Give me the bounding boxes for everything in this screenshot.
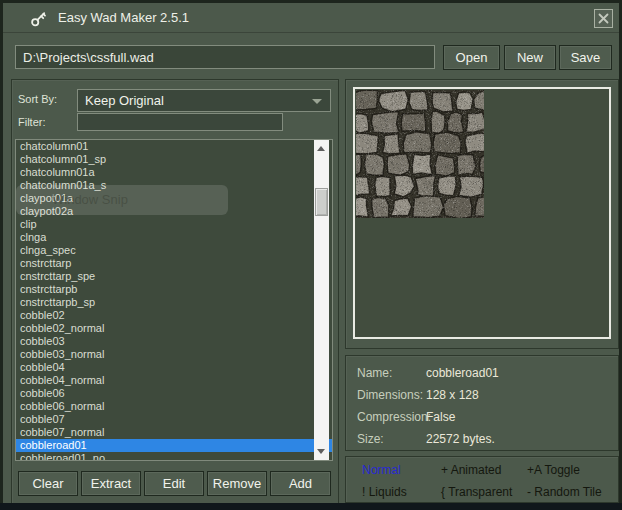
- sort-by-label: Sort By:: [18, 93, 57, 105]
- title-bar[interactable]: Easy Wad Maker 2.5.1: [3, 3, 619, 33]
- extract-button[interactable]: Extract: [81, 471, 141, 496]
- add-button[interactable]: Add: [270, 471, 331, 496]
- list-item[interactable]: cobble06_normal: [16, 400, 332, 413]
- texture-image: [356, 90, 484, 218]
- list-item[interactable]: cobble04: [16, 361, 332, 374]
- save-button[interactable]: Save: [559, 45, 612, 70]
- chevron-down-icon: [312, 99, 322, 104]
- info-label: Size:: [357, 432, 384, 446]
- wad-path-input[interactable]: [15, 45, 435, 69]
- list-item[interactable]: chatcolumn01_sp: [16, 153, 332, 166]
- app-window: Easy Wad Maker 2.5.1 Open New Save Sort …: [0, 0, 622, 510]
- filter-label: Filter:: [18, 116, 46, 128]
- info-label: Name:: [357, 366, 392, 380]
- texture-list-items: chatcolumn01chatcolumn01_spchatcolumn01a…: [16, 140, 332, 461]
- window-bottom-edge: [0, 503, 622, 510]
- scroll-down-icon[interactable]: [317, 449, 325, 454]
- clear-button[interactable]: Clear: [18, 471, 78, 496]
- open-button[interactable]: Open: [443, 45, 500, 70]
- list-item[interactable]: cobble04_normal: [16, 374, 332, 387]
- list-item[interactable]: cobble06: [16, 387, 332, 400]
- filter-input[interactable]: [77, 113, 283, 131]
- list-item[interactable]: cnstrcttarpb_sp: [16, 296, 332, 309]
- info-value: 128 x 128: [426, 388, 479, 402]
- info-value: 22572 bytes.: [426, 432, 495, 446]
- list-item[interactable]: cnstrcttarpb: [16, 283, 332, 296]
- close-button[interactable]: [594, 9, 613, 28]
- list-item-selected[interactable]: cobbleroad01: [16, 439, 332, 452]
- list-item[interactable]: claypot01a: [16, 192, 332, 205]
- list-item[interactable]: chatcolumn01: [16, 140, 332, 153]
- info-value: cobbleroad01: [426, 366, 499, 380]
- edit-button[interactable]: Edit: [144, 471, 204, 496]
- list-item[interactable]: cnstrcttarp: [16, 257, 332, 270]
- info-label: Compression:: [357, 410, 431, 424]
- new-button[interactable]: New: [504, 45, 556, 70]
- list-item[interactable]: chatcolumn01a_s: [16, 179, 332, 192]
- scrollbar-thumb[interactable]: [315, 188, 328, 216]
- list-item[interactable]: claypot02a: [16, 205, 332, 218]
- legend-item: +A Toggle: [527, 463, 580, 477]
- legend-item: { Transparent: [441, 485, 512, 499]
- texture-preview: [353, 87, 611, 339]
- info-value: False: [426, 410, 455, 424]
- sort-by-value: Keep Original: [85, 93, 164, 108]
- list-item[interactable]: cnstrcttarp_spe: [16, 270, 332, 283]
- window-title: Easy Wad Maker 2.5.1: [58, 10, 189, 25]
- legend-item: + Animated: [441, 463, 501, 477]
- legend-panel: Normal+ Animated+A Toggle! Liquids{ Tran…: [345, 456, 619, 503]
- list-item[interactable]: chatcolumn01a: [16, 166, 332, 179]
- remove-button[interactable]: Remove: [207, 471, 267, 496]
- legend-item: ! Liquids: [362, 485, 407, 499]
- list-item[interactable]: clip: [16, 218, 332, 231]
- list-item[interactable]: cobble03: [16, 335, 332, 348]
- info-panel: Name:cobbleroad01Dimensions:128 x 128Com…: [345, 355, 619, 451]
- list-item[interactable]: clnga: [16, 231, 332, 244]
- list-item[interactable]: cobbleroad01_no: [16, 452, 332, 461]
- list-scrollbar[interactable]: [314, 140, 329, 460]
- info-label: Dimensions:: [357, 388, 423, 402]
- list-item[interactable]: cobble03_normal: [16, 348, 332, 361]
- scroll-up-icon[interactable]: [317, 146, 325, 151]
- list-item[interactable]: clnga_spec: [16, 244, 332, 257]
- list-item[interactable]: cobble02: [16, 309, 332, 322]
- list-item[interactable]: cobble07_normal: [16, 426, 332, 439]
- legend-item: - Random Tile: [527, 485, 602, 499]
- legend-item: Normal: [362, 463, 401, 477]
- list-item[interactable]: cobble07: [16, 413, 332, 426]
- key-icon: [30, 10, 48, 28]
- texture-list[interactable]: chatcolumn01chatcolumn01_spchatcolumn01a…: [15, 139, 333, 461]
- sort-by-dropdown[interactable]: Keep Original: [77, 89, 331, 112]
- list-item[interactable]: cobble02_normal: [16, 322, 332, 335]
